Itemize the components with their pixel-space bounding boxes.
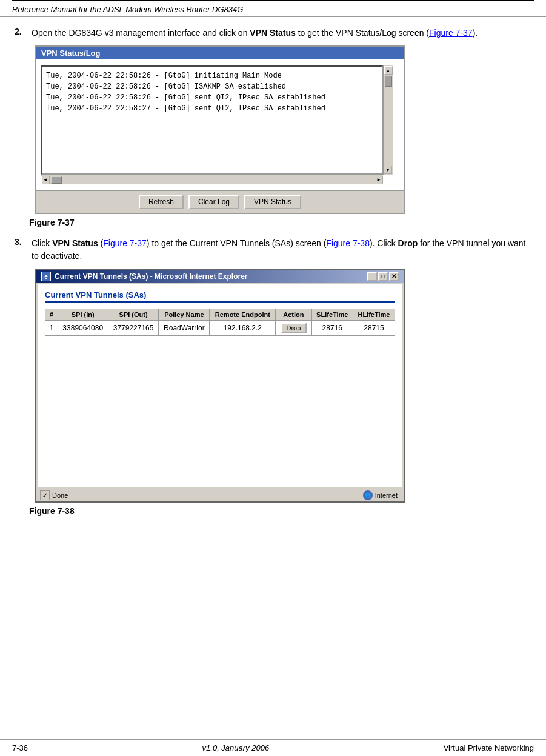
vpn-tunnels-titlebar-text: Current VPN Tunnels (SAs) - Microsoft In… — [55, 272, 247, 281]
vpn-status-window: VPN Status/Log Tue, 2004-06-22 22:58:26 … — [35, 45, 405, 214]
table-empty-area — [45, 336, 395, 481]
log-line-3: Tue, 2004-06-22 22:58:26 - [GtoG] sent Q… — [46, 92, 383, 103]
step-3-bold: VPN Status — [52, 238, 98, 248]
maximize-btn[interactable]: □ — [378, 272, 388, 281]
main-content: 2. Open the DG834G v3 management interfa… — [0, 17, 546, 739]
statusbar-internet-text: Internet — [375, 492, 398, 499]
page-wrapper: Reference Manual for the ADSL Modem Wire… — [0, 0, 546, 756]
step-3-text-middle: ( — [98, 238, 104, 248]
vpn-status-button[interactable]: VPN Status — [244, 195, 301, 209]
statusbar-left-area: ✓ Done — [40, 490, 68, 500]
cell-remote-endpoint: 192.168.2.2 — [210, 321, 276, 336]
vpn-status-titlebar: VPN Status/Log — [36, 47, 404, 59]
clear-log-button[interactable]: Clear Log — [188, 195, 239, 209]
cell-policy-name: RoadWarrior — [159, 321, 210, 336]
internet-globe-icon: 🌐 — [363, 490, 373, 500]
cell-spi-in: 3389064080 — [58, 321, 108, 336]
hscroll-left-btn[interactable]: ◄ — [41, 176, 50, 184]
step-2-number: 2. — [15, 27, 29, 36]
footer-left: 7-36 — [12, 743, 28, 752]
done-icon: ✓ — [40, 490, 50, 500]
vpn-log-vscrollbar[interactable]: ▲ ▼ — [383, 65, 393, 175]
titlebar-left: e Current VPN Tunnels (SAs) - Microsoft … — [41, 272, 247, 281]
browser-icon: e — [41, 272, 51, 281]
hscroll-thumb[interactable] — [51, 176, 62, 184]
step-2-text: Open the DG834G v3 management interface … — [32, 27, 478, 39]
col-action: Action — [276, 309, 311, 321]
step-2: 2. Open the DG834G v3 management interfa… — [15, 27, 531, 39]
figure-37-container: VPN Status/Log Tue, 2004-06-22 22:58:26 … — [29, 45, 531, 214]
step-3-text: Click VPN Status (Figure 7-37) to get th… — [32, 237, 531, 263]
step-3-text-before: Click — [32, 238, 52, 248]
log-line-2: Tue, 2004-06-22 22:58:26 - [GtoG] ISAKMP… — [46, 81, 383, 92]
step-2-bold: VPN Status — [250, 28, 295, 38]
figure-7-37-link-1[interactable]: Figure 7-37 — [429, 28, 473, 38]
close-btn[interactable]: ✕ — [389, 272, 399, 281]
vpn-tunnels-page-title: Current VPN Tunnels (SAs) — [45, 290, 395, 303]
page-footer: 7-36 v1.0, January 2006 Virtual Private … — [0, 739, 546, 756]
figure-7-37-link-2[interactable]: Figure 7-37 — [103, 238, 147, 248]
table-header-row: # SPI (In) SPI (Out) Policy Name Remote … — [45, 309, 395, 321]
step-3-text-after: ). Click — [370, 238, 398, 248]
col-hlifetime: HLifeTime — [353, 309, 395, 321]
footer-right: Virtual Private Networking — [444, 743, 534, 752]
step-3-text-middle2: ) to get the Current VPN Tunnels (SAs) s… — [147, 238, 326, 248]
vpn-status-titlebar-text: VPN Status/Log — [41, 49, 101, 58]
col-num: # — [45, 309, 58, 321]
cell-slifetime: 28716 — [311, 321, 353, 336]
header-text: Reference Manual for the ADSL Modem Wire… — [12, 5, 243, 14]
minimize-btn[interactable]: _ — [367, 272, 377, 281]
figure-38-label: Figure 7-38 — [29, 506, 531, 516]
figure-37-label: Figure 7-37 — [29, 218, 531, 227]
col-spi-in: SPI (In) — [58, 309, 108, 321]
vpn-tunnels-body: Current VPN Tunnels (SAs) # SPI (In) SPI… — [38, 284, 402, 487]
cell-spi-out: 3779227165 — [108, 321, 158, 336]
page-header: Reference Manual for the ADSL Modem Wire… — [0, 1, 546, 17]
vpn-log-hscrollbar[interactable]: ◄ ► — [41, 175, 383, 184]
vpn-tunnels-titlebar: e Current VPN Tunnels (SAs) - Microsoft … — [36, 270, 404, 283]
step-3-bold2: Drop — [398, 238, 418, 248]
vpn-log-text: Tue, 2004-06-22 22:58:26 - [GtoG] initia… — [45, 69, 383, 175]
step-2-text-end: ). — [473, 28, 478, 38]
statusbar-done-text: Done — [52, 492, 68, 499]
vpn-status-body: Tue, 2004-06-22 22:58:26 - [GtoG] initia… — [36, 59, 404, 190]
vscroll-down-btn[interactable]: ▼ — [384, 166, 392, 174]
step-3-number: 3. — [15, 237, 29, 247]
col-slifetime: SLifeTime — [311, 309, 353, 321]
vscroll-up-btn[interactable]: ▲ — [384, 66, 393, 75]
vscroll-thumb[interactable] — [385, 76, 392, 87]
log-line-4: Tue, 2004-06-22 22:58:27 - [GtoG] sent Q… — [46, 103, 383, 114]
vpn-tunnels-window: e Current VPN Tunnels (SAs) - Microsoft … — [35, 269, 405, 503]
step-3: 3. Click VPN Status (Figure 7-37) to get… — [15, 237, 531, 263]
vpn-status-buttons-bar: Refresh Clear Log VPN Status — [36, 190, 404, 213]
step-2-text-before: Open the DG834G v3 management interface … — [32, 28, 250, 38]
log-area-wrapper: Tue, 2004-06-22 22:58:26 - [GtoG] initia… — [41, 65, 393, 184]
col-remote-endpoint: Remote Endpoint — [210, 309, 276, 321]
vpn-tunnels-statusbar: ✓ Done 🌐 Internet — [36, 489, 404, 501]
hscroll-right-btn[interactable]: ► — [375, 176, 383, 184]
vpn-log-area[interactable]: Tue, 2004-06-22 22:58:26 - [GtoG] initia… — [41, 65, 383, 175]
cell-hlifetime: 28715 — [353, 321, 395, 336]
figure-38-container: e Current VPN Tunnels (SAs) - Microsoft … — [29, 269, 531, 503]
statusbar-right-area: 🌐 Internet — [363, 490, 400, 500]
footer-center: v1.0, January 2006 — [202, 743, 270, 752]
cell-action: Drop — [276, 321, 311, 336]
refresh-button[interactable]: Refresh — [139, 195, 184, 209]
drop-action-button[interactable]: Drop — [281, 323, 307, 333]
cell-num: 1 — [45, 321, 58, 336]
col-spi-out: SPI (Out) — [108, 309, 158, 321]
titlebar-controls: _ □ ✕ — [367, 272, 399, 281]
step-2-text-after: to get the VPN Status/Log screen ( — [296, 28, 429, 38]
vpn-tunnels-table: # SPI (In) SPI (Out) Policy Name Remote … — [45, 309, 395, 336]
figure-7-38-link[interactable]: Figure 7-38 — [326, 238, 370, 248]
table-row: 1 3389064080 3779227165 RoadWarrior 192.… — [45, 321, 395, 336]
log-line-1: Tue, 2004-06-22 22:58:26 - [GtoG] initia… — [46, 70, 383, 81]
col-policy-name: Policy Name — [159, 309, 210, 321]
